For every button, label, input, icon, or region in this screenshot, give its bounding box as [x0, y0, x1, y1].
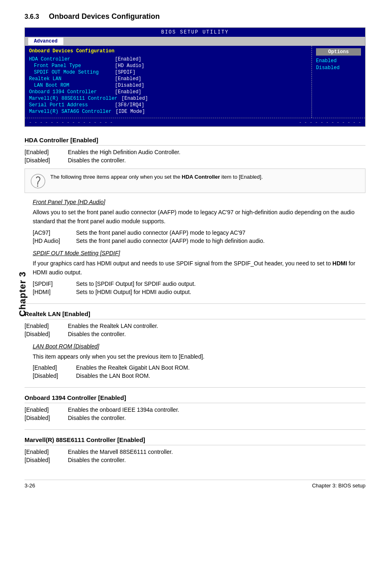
bios-value-sata6g: [IDE Mode] — [116, 109, 145, 114]
bios-value-spdif: [SPDIF] — [115, 70, 135, 75]
bios-row-marvell[interactable]: Marvell(R) 88SE6111 Controller [Enabled] — [29, 96, 307, 101]
spdif-def-spdif: [SPDIF] Sets to [SPDIF Output] for SPDIF… — [33, 281, 365, 287]
spdif-def-hdmi: [HDMI] Sets to [HDMI Output] for HDMI au… — [33, 289, 365, 295]
front-panel-ac97: [AC97] Sets the front panel audio connec… — [33, 229, 365, 236]
bios-option-enabled: Enabled — [316, 58, 361, 64]
bios-option-disabled: Disabled — [316, 65, 361, 71]
bios-footer-right: - - - - - - - - - - - - — [299, 120, 361, 125]
spdif-bold-hdmi: HDMI — [332, 260, 347, 267]
section-heading: 3.6.3 Onboard Devices Configuration — [25, 12, 365, 21]
section-title: Onboard Devices Configuration — [49, 12, 160, 21]
bios-row-hda[interactable]: HDA Controller [Enabled] — [29, 56, 307, 62]
bios-footer: - - - - - - - - - - - - - - - - - - - - … — [25, 118, 365, 126]
realtek-desc-enabled: Enables the Realtek LAN controller. — [68, 323, 365, 329]
hda-term-disabled: [Disabled] — [25, 157, 61, 164]
1394-def-disabled: [Disabled] Disables the controller. — [25, 415, 365, 421]
spdif-body: If your graphics card has HDMI output an… — [33, 259, 365, 277]
spdif-term-spdif: [SPDIF] — [33, 281, 69, 287]
bios-label-sata6g: Marvell(R) SATA6G Controller — [29, 109, 112, 114]
front-panel-hdaudio: [HD Audio] Sets the front panel audio co… — [33, 238, 365, 244]
bios-main: Onboard Devices Configuration HDA Contro… — [25, 46, 312, 118]
marvell-def-enabled: [Enabled] Enables the Marvell 88SE6111 c… — [25, 449, 365, 455]
bios-value-serial: [3F8/IRQ4] — [115, 102, 144, 108]
bios-label-frontpanel: Front Panel Type — [29, 63, 111, 69]
footer-left: 3-26 — [25, 483, 35, 489]
hda-section: HDA Controller [Enabled] [Enabled] Enabl… — [25, 137, 365, 295]
marvell-term-enabled: [Enabled] — [25, 449, 61, 455]
bios-value-frontpanel: [HD Audio] — [115, 63, 144, 69]
marvell-def-disabled: [Disabled] Disables the controller. — [25, 457, 365, 463]
marvell-term-disabled: [Disabled] — [25, 457, 61, 463]
front-panel-term-hd: [HD Audio] — [33, 238, 69, 244]
realtek-term-disabled: [Disabled] — [25, 331, 61, 337]
divider-3 — [25, 429, 365, 430]
realtek-section: Realtek LAN [Enabled] [Enabled] Enables … — [25, 310, 365, 379]
lanboot-def-disabled: [Disabled] Disables the LAN Boot ROM. — [33, 373, 365, 379]
1394-term-enabled: [Enabled] — [25, 406, 61, 413]
realtek-heading: Realtek LAN [Enabled] — [25, 310, 365, 319]
marvell-desc-enabled: Enables the Marvell 88SE6111 controller. — [68, 449, 365, 455]
bios-row-serial[interactable]: Serial Port1 Address [3F8/IRQ4] — [29, 102, 307, 108]
spdif-term-hdmi: [HDMI] — [33, 289, 69, 295]
bios-label-marvell: Marvell(R) 88SE6111 Controller — [29, 96, 117, 101]
bios-row-1394[interactable]: Onboard 1394 Controller [Enabled] — [29, 89, 307, 95]
1394-desc-disabled: Disables the controller. — [68, 415, 365, 421]
bios-tab-row: Advanced — [25, 37, 365, 46]
note-bold: HDA Controller — [182, 174, 220, 180]
marvell-heading: Marvell(R) 88SE6111 Controller [Enabled] — [25, 436, 365, 445]
bios-row-spdif[interactable]: SPDIF OUT Mode Setting [SPDIF] — [29, 70, 307, 75]
realtek-desc-disabled: Disables the controller. — [68, 331, 365, 337]
note-text: The following three items appear only wh… — [50, 173, 263, 181]
page-footer: 3-26 Chapter 3: BIOS setup — [25, 480, 365, 489]
spdif-desc-hdmi: Sets to [HDMI Output] for HDMI audio out… — [76, 289, 365, 295]
front-panel-desc-hd: Sets the front panel audio connector (AA… — [76, 238, 365, 244]
hda-def-enabled: [Enabled] Enables the High Definition Au… — [25, 149, 365, 155]
hda-heading: HDA Controller [Enabled] — [25, 137, 365, 146]
footer-right: Chapter 3: BIOS setup — [312, 483, 365, 489]
divider-2 — [25, 387, 365, 388]
bios-content: Onboard Devices Configuration HDA Contro… — [25, 46, 365, 118]
onboard1394-heading: Onboard 1394 Controller [Enabled] — [25, 394, 365, 403]
lanboot-heading: LAN Boot ROM [Disabled] — [33, 343, 365, 350]
lanboot-body: This item appears only when you set the … — [33, 352, 365, 361]
bios-row-realtek[interactable]: Realtek LAN [Enabled] — [29, 76, 307, 82]
hda-desc-disabled: Disables the controller. — [68, 157, 365, 164]
bios-value-realtek: [Enabled] — [115, 76, 141, 82]
bios-label-realtek: Realtek LAN — [29, 76, 111, 82]
lanboot-def-enabled: [Enabled] Enables the Realtek Gigabit LA… — [33, 364, 365, 371]
hda-desc-enabled: Enables the High Definition Audio Contro… — [68, 149, 365, 155]
bios-options-panel: Options Enabled Disabled — [312, 46, 365, 118]
lanboot-desc-enabled: Enables the Realtek Gigabit LAN Boot ROM… — [76, 364, 365, 371]
front-panel-term-ac97: [AC97] — [33, 229, 69, 236]
bios-tab-advanced[interactable]: Advanced — [28, 38, 63, 45]
bios-row-frontpanel[interactable]: Front Panel Type [HD Audio] — [29, 63, 307, 69]
1394-term-disabled: [Disabled] — [25, 415, 61, 421]
hda-term-enabled: [Enabled] — [25, 149, 61, 155]
realtek-term-enabled: [Enabled] — [25, 323, 61, 329]
marvell-desc-disabled: Disables the controller. — [68, 457, 365, 463]
realtek-def-enabled: [Enabled] Enables the Realtek LAN contro… — [25, 323, 365, 329]
spdif-subitem: SPDIF OUT Mode Setting [SPDIF] If your g… — [25, 250, 365, 295]
lanboot-term-enabled: [Enabled] — [33, 364, 69, 371]
bios-value-marvell: [Enabled] — [121, 96, 148, 101]
bios-row-sata6g[interactable]: Marvell(R) SATA6G Controller [IDE Mode] — [29, 109, 307, 114]
bios-label-lanboot: LAN Boot ROM — [29, 83, 111, 88]
spdif-heading: SPDIF OUT Mode Setting [SPDIF] — [33, 250, 365, 256]
1394-desc-enabled: Enables the onboard IEEE 1394a controlle… — [68, 406, 365, 413]
bios-row-lanboot[interactable]: LAN Boot ROM [Disabled] — [29, 83, 307, 88]
bios-value-hda: [Enabled] — [115, 56, 141, 62]
1394-def-enabled: [Enabled] Enables the onboard IEEE 1394a… — [25, 406, 365, 413]
marvell-section: Marvell(R) 88SE6111 Controller [Enabled]… — [25, 436, 365, 463]
front-panel-body: Allows you to set the front panel audio … — [33, 208, 365, 226]
note-icon — [31, 174, 45, 189]
bios-section-title: Onboard Devices Configuration — [29, 48, 307, 54]
bios-label-1394: Onboard 1394 Controller — [29, 89, 111, 95]
realtek-def-disabled: [Disabled] Disables the controller. — [25, 331, 365, 337]
bios-label-spdif: SPDIF OUT Mode Setting — [29, 70, 111, 75]
bios-footer-left: - - - - - - - - - - - - - - - - — [29, 120, 113, 125]
hda-note-box: The following three items appear only wh… — [25, 168, 365, 193]
bios-label-hda: HDA Controller — [29, 56, 111, 62]
bios-value-1394: [Enabled] — [115, 89, 141, 95]
onboard1394-section: Onboard 1394 Controller [Enabled] [Enabl… — [25, 394, 365, 421]
chapter-label: Chapter 3 — [17, 272, 28, 316]
